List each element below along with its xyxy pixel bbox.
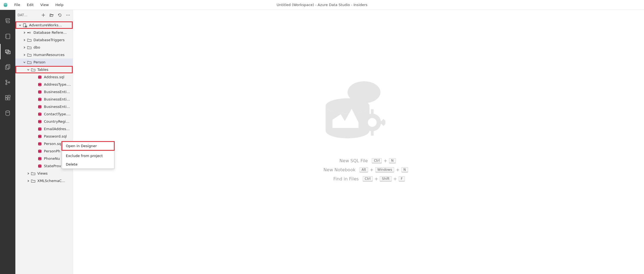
tree-tables[interactable]: Tables bbox=[15, 66, 73, 73]
table-icon bbox=[37, 142, 42, 146]
menu-edit[interactable]: Edit bbox=[24, 1, 37, 9]
activity-database-projects-icon[interactable] bbox=[0, 44, 15, 59]
editor-area: New SQL File Ctrl + N New Notebook Alt +… bbox=[73, 10, 644, 274]
tree-label: BusinessEntit… bbox=[44, 97, 71, 101]
svg-rect-10 bbox=[7, 65, 10, 68]
activity-source-control-icon[interactable] bbox=[0, 75, 15, 90]
key-f: F bbox=[399, 176, 405, 181]
tree-database-triggers[interactable]: DatabaseTriggers bbox=[15, 36, 73, 44]
activity-connections-icon[interactable] bbox=[0, 13, 15, 29]
activity-database-icon[interactable] bbox=[0, 105, 15, 121]
chevron-right-icon[interactable] bbox=[22, 53, 26, 57]
chevron-down-icon[interactable] bbox=[18, 23, 22, 27]
tree-label: Tables bbox=[37, 68, 48, 72]
tree-human-resources[interactable]: HumanResources bbox=[15, 51, 73, 58]
key-n: N bbox=[401, 167, 408, 172]
sidebar-refresh-icon[interactable] bbox=[57, 13, 62, 18]
chevron-right-icon[interactable] bbox=[26, 172, 30, 175]
svg-point-24 bbox=[69, 15, 70, 16]
activity-extensions-icon[interactable] bbox=[0, 90, 15, 105]
tree-file-businessentity3[interactable]: BusinessEntit… bbox=[15, 103, 73, 110]
activity-explorer-icon[interactable] bbox=[0, 59, 15, 75]
folder-icon bbox=[31, 68, 36, 72]
table-icon bbox=[37, 112, 42, 116]
chevron-right-icon[interactable] bbox=[22, 38, 26, 42]
svg-rect-74 bbox=[371, 131, 374, 136]
chevron-right-icon[interactable] bbox=[22, 31, 26, 35]
tree-dbo[interactable]: dbo bbox=[15, 44, 73, 51]
tree-views[interactable]: Views bbox=[15, 170, 73, 177]
tree-file-countryregion[interactable]: CountryRegi… bbox=[15, 118, 73, 125]
tree-database-references[interactable]: Database Refere… bbox=[15, 29, 73, 36]
svg-point-22 bbox=[66, 15, 67, 16]
chevron-right-icon[interactable] bbox=[22, 46, 26, 49]
table-icon bbox=[37, 90, 42, 94]
tree-label: Database Refere… bbox=[33, 30, 67, 35]
folder-icon bbox=[27, 53, 32, 57]
tree-xmlschema[interactable]: XMLSchemaC… bbox=[15, 177, 73, 184]
tree-file-addresstype[interactable]: AddressType.… bbox=[15, 81, 73, 88]
tree-label: HumanResources bbox=[33, 53, 64, 57]
tree-label: CountryRegi… bbox=[44, 119, 69, 124]
chevron-right-icon[interactable] bbox=[26, 179, 30, 183]
project-icon bbox=[22, 23, 27, 27]
menu-file[interactable]: File bbox=[11, 1, 24, 9]
editor-watermark: New SQL File Ctrl + N New Notebook Alt +… bbox=[309, 65, 408, 181]
tree-label: EmailAddres… bbox=[44, 127, 70, 131]
tree-file-businessentity1[interactable]: BusinessEntit… bbox=[15, 88, 73, 96]
sidebar-open-folder-icon[interactable] bbox=[49, 13, 54, 18]
key-ctrl: Ctrl bbox=[372, 158, 382, 163]
activitybar bbox=[0, 10, 15, 274]
svg-rect-15 bbox=[5, 96, 7, 97]
svg-rect-18 bbox=[8, 95, 10, 97]
wm-find-in-files-hint: Find in Files Ctrl + Shift + F bbox=[309, 176, 408, 181]
tree-file-businessentity2[interactable]: BusinessEntit… bbox=[15, 96, 73, 103]
key-windows: Windows bbox=[375, 167, 394, 172]
tree-file-password[interactable]: Password.sql bbox=[15, 133, 73, 140]
svg-rect-1 bbox=[6, 19, 10, 20]
svg-rect-8 bbox=[5, 50, 9, 53]
ctx-open-in-designer[interactable]: Open in Designer bbox=[62, 142, 114, 150]
menu-help[interactable]: Help bbox=[52, 1, 67, 9]
key-ctrl: Ctrl bbox=[363, 176, 373, 181]
window-title: Untitled (Workspace) - Azure Data Studio… bbox=[276, 3, 367, 7]
tree-person[interactable]: Person bbox=[15, 58, 73, 66]
menubar: File Edit View Help bbox=[11, 1, 67, 9]
table-icon bbox=[37, 82, 42, 87]
menu-view[interactable]: View bbox=[37, 1, 52, 9]
chevron-down-icon[interactable] bbox=[26, 68, 30, 72]
tree-label: PhoneNu bbox=[44, 156, 60, 161]
svg-rect-9 bbox=[7, 51, 10, 54]
key-shift: Shift bbox=[380, 176, 392, 181]
context-menu: Open in Designer Exclude from project De… bbox=[62, 141, 114, 169]
tree-file-address[interactable]: Address.sql bbox=[15, 73, 73, 81]
tree-label: AddressType.… bbox=[44, 82, 71, 86]
activity-notebooks-icon[interactable] bbox=[0, 29, 15, 44]
tree-label: Password.sql bbox=[44, 134, 67, 138]
table-icon bbox=[37, 75, 42, 79]
svg-point-14 bbox=[9, 82, 10, 83]
tree-file-emailaddress[interactable]: EmailAddres… bbox=[15, 125, 73, 133]
key-alt: Alt bbox=[359, 167, 368, 172]
tree-label: AdventureWorks… bbox=[29, 23, 62, 27]
tree-label: Views bbox=[37, 171, 48, 175]
ctx-exclude-from-project[interactable]: Exclude from project bbox=[62, 152, 114, 160]
folder-icon bbox=[27, 38, 32, 42]
tree-file-contacttype[interactable]: ContactType.… bbox=[15, 110, 73, 118]
chevron-down-icon[interactable] bbox=[22, 60, 26, 64]
svg-rect-16 bbox=[5, 98, 7, 100]
folder-icon bbox=[31, 179, 36, 183]
tree-project-root[interactable]: AdventureWorks… bbox=[15, 21, 73, 29]
key-n: N bbox=[389, 158, 396, 163]
tree-label: DatabaseTriggers bbox=[33, 38, 65, 42]
tree-label: Person bbox=[33, 60, 46, 64]
tree-label: BusinessEntit… bbox=[44, 90, 71, 94]
app-logo-icon bbox=[0, 1, 11, 9]
table-icon bbox=[37, 164, 42, 168]
tree-label: XMLSchemaC… bbox=[37, 179, 65, 183]
sidebar-more-icon[interactable] bbox=[66, 13, 70, 18]
sidebar-add-icon[interactable] bbox=[41, 13, 46, 18]
tree-label: Person.sql bbox=[44, 142, 62, 146]
app-watermark-logo-icon bbox=[317, 65, 400, 147]
ctx-delete[interactable]: Delete bbox=[62, 160, 114, 169]
